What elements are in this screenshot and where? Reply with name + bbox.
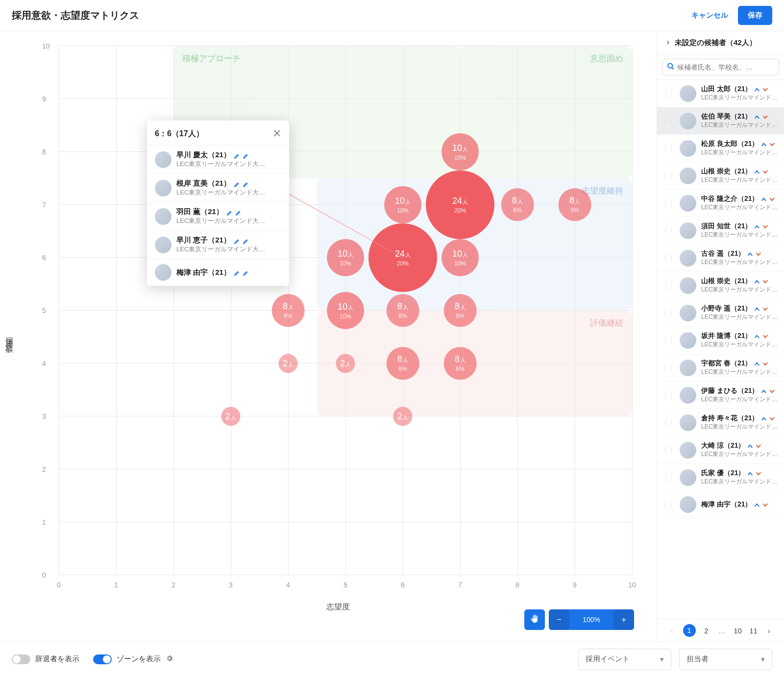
popover-item[interactable]: 梅津 由宇（21）: [147, 259, 289, 286]
candidate-item[interactable]: ⋮⋮⋮⋮山根 崇史（21）LEC東京リーガルマインド大…: [657, 272, 784, 299]
bubble[interactable]: 8人6%: [444, 347, 477, 380]
drag-handle-icon[interactable]: ⋮⋮⋮⋮: [663, 228, 675, 234]
candidate-school: LEC東京リーガルマインド大…: [701, 368, 778, 376]
popover-list[interactable]: 早川 慶太（21）LEC東京リーガルマインド大…根岸 直美（21）LEC東京リー…: [147, 145, 289, 286]
drag-handle-icon[interactable]: ⋮⋮⋮⋮: [663, 173, 675, 179]
bubble[interactable]: 10人10%: [327, 239, 364, 276]
drag-handle-icon[interactable]: ⋮⋮⋮⋮: [663, 283, 675, 289]
bubble[interactable]: 10人10%: [441, 239, 479, 276]
candidate-item[interactable]: ⋮⋮⋮⋮伊藤 まひる（21）LEC東京リーガルマインド大…: [657, 382, 784, 409]
bubble[interactable]: 10人10%: [327, 292, 364, 329]
select-event[interactable]: 採用イベント ▾: [578, 649, 671, 670]
bubble[interactable]: 8人6%: [444, 294, 477, 327]
drag-handle-icon[interactable]: ⋮⋮⋮⋮: [663, 200, 675, 206]
page-number[interactable]: 11: [749, 627, 759, 635]
tick-x: 7: [458, 581, 462, 589]
tick-x: 3: [229, 581, 233, 589]
select-assignee[interactable]: 担当者 ▾: [679, 649, 772, 670]
drag-handle-icon[interactable]: ⋮⋮⋮⋮: [663, 447, 675, 453]
candidate-name: 早川 恵子（21）: [176, 236, 231, 245]
switch-zones[interactable]: [93, 654, 112, 664]
bubble[interactable]: 10人10%: [441, 133, 479, 170]
drag-handle-icon[interactable]: ⋮⋮⋮⋮: [663, 420, 675, 426]
candidate-item[interactable]: ⋮⋮⋮⋮倉持 寿々花（21）LEC東京リーガルマインド大…: [657, 409, 784, 436]
bubble-count: 2人: [397, 411, 408, 422]
candidate-item[interactable]: ⋮⋮⋮⋮松原 良太郎（21）LEC東京リーガルマインド大…: [657, 135, 784, 162]
pan-tool-button[interactable]: [524, 609, 545, 630]
drag-handle-icon[interactable]: ⋮⋮⋮⋮: [663, 310, 675, 316]
candidate-item[interactable]: ⋮⋮⋮⋮宇都宮 春（21）LEC東京リーガルマインド大…: [657, 354, 784, 382]
drag-handle-icon[interactable]: ⋮⋮⋮⋮: [663, 255, 675, 261]
candidate-school: LEC東京リーガルマインド大…: [701, 478, 778, 486]
drag-handle-icon[interactable]: ⋮⋮⋮⋮: [663, 475, 675, 481]
candidate-item[interactable]: ⋮⋮⋮⋮佐伯 琴美（21）LEC東京リーガルマインド大…: [657, 107, 784, 135]
popover-item[interactable]: 羽田 薫（21）LEC東京リーガルマインド大…: [147, 202, 289, 231]
candidate-item[interactable]: ⋮⋮⋮⋮大崎 涼（21）LEC東京リーガルマインド大…: [657, 436, 784, 464]
candidate-list[interactable]: ⋮⋮⋮⋮山田 太郎（21）LEC東京リーガルマインド大…⋮⋮⋮⋮佐伯 琴美（21…: [657, 80, 784, 619]
candidate-item[interactable]: ⋮⋮⋮⋮坂井 隆博（21）LEC東京リーガルマインド大…: [657, 327, 784, 354]
axis-y-label: 採用意欲: [4, 331, 14, 342]
caret-down-icon: ▾: [660, 655, 664, 664]
tick-x: 9: [573, 581, 577, 589]
candidate-item[interactable]: ⋮⋮⋮⋮山根 崇史（21）LEC東京リーガルマインド大…: [657, 162, 784, 190]
candidate-item[interactable]: ⋮⋮⋮⋮梅津 由宇（21）: [657, 491, 784, 518]
drag-handle-icon[interactable]: ⋮⋮⋮⋮: [663, 365, 675, 371]
bubble-percent: 20%: [397, 260, 409, 267]
bubble[interactable]: 2人: [393, 407, 412, 426]
candidate-school: LEC東京リーガルマインド大…: [176, 245, 281, 254]
zoom-out-button[interactable]: −: [549, 609, 569, 630]
candidate-name: 松原 良太郎（21）: [701, 140, 759, 148]
drag-handle-icon[interactable]: ⋮⋮⋮⋮: [663, 338, 675, 343]
candidate-item[interactable]: ⋮⋮⋮⋮氏家 優（21）LEC東京リーガルマインド大…: [657, 464, 784, 491]
tick-x: 5: [343, 581, 347, 589]
candidate-item[interactable]: ⋮⋮⋮⋮須田 知世（21）LEC東京リーガルマインド大…: [657, 217, 784, 244]
popover-item[interactable]: 早川 慶太（21）LEC東京リーガルマインド大…: [147, 145, 289, 174]
bubble[interactable]: 8人6%: [559, 189, 591, 221]
search-input[interactable]: [662, 59, 779, 75]
close-icon[interactable]: ✕: [272, 127, 281, 140]
chevron-right-icon: [665, 39, 671, 47]
switch-withdrawn[interactable]: [12, 654, 30, 664]
bubble[interactable]: 24人20%: [426, 170, 494, 239]
candidate-item[interactable]: ⋮⋮⋮⋮小野寺 遥（21）LEC東京リーガルマインド大…: [657, 299, 784, 327]
drag-handle-icon[interactable]: ⋮⋮⋮⋮: [663, 502, 675, 507]
candidate-item[interactable]: ⋮⋮⋮⋮古谷 遥（21）LEC東京リーガルマインド大…: [657, 244, 784, 272]
avatar: [680, 305, 696, 321]
bubble[interactable]: 2人: [278, 354, 297, 373]
candidate-school: LEC東京リーガルマインド大…: [176, 217, 281, 225]
zoom-in-button[interactable]: ＋: [613, 609, 634, 630]
bubble[interactable]: 8人6%: [501, 189, 534, 221]
page-number[interactable]: 2: [702, 627, 711, 635]
cancel-button[interactable]: キャンセル: [687, 7, 732, 24]
avatar: [680, 332, 696, 349]
avatar: [680, 277, 696, 294]
popover-title: 6：6（17人）: [155, 129, 204, 139]
page-next[interactable]: ›: [764, 627, 774, 635]
popover-item[interactable]: 早川 恵子（21）LEC東京リーガルマインド大…: [147, 231, 289, 259]
bubble[interactable]: 2人: [336, 354, 355, 373]
drag-handle-icon[interactable]: ⋮⋮⋮⋮: [663, 392, 675, 398]
candidate-name: 山田 太郎（21）: [701, 85, 752, 94]
avatar: [680, 85, 696, 102]
candidate-item[interactable]: ⋮⋮⋮⋮山田 太郎（21）LEC東京リーガルマインド大…: [657, 80, 784, 107]
drag-handle-icon[interactable]: ⋮⋮⋮⋮: [663, 145, 675, 151]
page-number[interactable]: 10: [733, 627, 743, 635]
bubble[interactable]: 8人6%: [272, 294, 305, 327]
pencil-icon: [235, 209, 241, 215]
candidate-item[interactable]: ⋮⋮⋮⋮中谷 隆之介（21）LEC東京リーガルマインド大…: [657, 190, 784, 217]
candidate-name: 須田 知世（21）: [701, 222, 752, 231]
popover-item[interactable]: 根岸 直美（21）LEC東京リーガルマインド大…: [147, 174, 289, 202]
bubble[interactable]: 10人10%: [384, 186, 421, 223]
page-number[interactable]: 1: [683, 624, 696, 637]
bubble[interactable]: 8人6%: [387, 347, 419, 380]
drag-handle-icon[interactable]: ⋮⋮⋮⋮: [663, 91, 675, 97]
drag-handle-icon[interactable]: ⋮⋮⋮⋮: [663, 118, 675, 124]
candidate-name: 古谷 遥（21）: [701, 249, 745, 258]
bubble[interactable]: 8人6%: [387, 294, 419, 327]
plot-inner[interactable]: 012345678910012345678910積極アプローチ意思固め志望度維持…: [59, 46, 632, 575]
sidebar-header[interactable]: 未設定の候補者（42人）: [657, 31, 784, 55]
bubble[interactable]: 2人: [221, 407, 240, 426]
page-prev[interactable]: ‹: [667, 627, 677, 635]
save-button[interactable]: 保存: [738, 6, 772, 25]
gear-icon[interactable]: [166, 654, 173, 664]
